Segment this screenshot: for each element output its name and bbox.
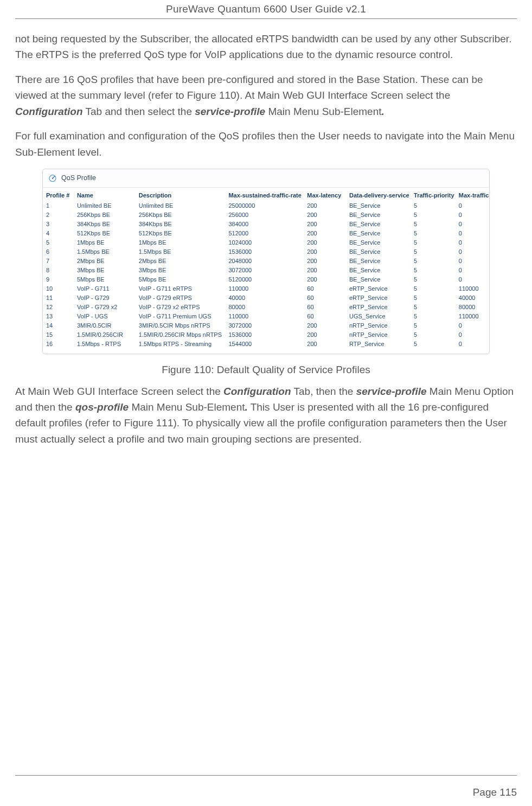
table-cell: 0 xyxy=(456,238,489,247)
table-row: 12VoIP - G729 x2VoIP - G729 x2 eRTPS8000… xyxy=(43,302,489,311)
qos-profile-panel: QoS Profile Profile # Name Description M… xyxy=(42,169,490,354)
table-cell: 200 xyxy=(304,265,346,274)
table-cell: BE_Service xyxy=(346,228,411,238)
table-cell: 1536000 xyxy=(225,247,304,256)
table-cell: Unlimited BE xyxy=(136,201,226,210)
p2-text-b: Tab and then select the xyxy=(83,106,195,117)
table-row: 3384Kbps BE384Kbps BE384000200BE_Service… xyxy=(43,219,489,228)
table-cell: 384Kbps BE xyxy=(74,219,136,228)
table-cell: 5 xyxy=(411,256,456,265)
p2-service-profile: service-profile xyxy=(195,106,265,117)
table-cell: VoIP - G729 x2 eRTPS xyxy=(136,302,226,311)
table-cell: VoIP - G729 eRTPS xyxy=(136,293,226,302)
table-cell: 80000 xyxy=(456,302,489,311)
table-cell: 5 xyxy=(411,210,456,219)
table-row: 151.5MIR/0.256CIR1.5MIR/0.256CIR Mbps nR… xyxy=(43,330,489,339)
table-cell: 200 xyxy=(304,247,346,256)
table-cell: 3MIR/0.5CIR xyxy=(74,321,136,330)
table-cell: 60 xyxy=(304,302,346,311)
table-cell: 3072000 xyxy=(225,321,304,330)
table-cell: BE_Service xyxy=(346,274,411,284)
col-max-rate: Max-sustained-traffic-rate xyxy=(225,188,304,201)
table-row: 51Mbps BE1Mbps BE1024000200BE_Service50 xyxy=(43,238,489,247)
table-cell: 5120000 xyxy=(225,274,304,284)
table-cell: 200 xyxy=(304,256,346,265)
table-cell: VoIP - G729 xyxy=(74,293,136,302)
table-cell: 200 xyxy=(304,274,346,284)
p4-configuration: Configuration xyxy=(223,386,291,397)
p4-text-b: Tab, then the xyxy=(291,386,356,397)
table-cell: 2Mbps BE xyxy=(136,256,226,265)
table-cell: 80000 xyxy=(225,302,304,311)
table-cell: 110000 xyxy=(456,311,489,321)
table-cell: 0 xyxy=(456,210,489,219)
table-cell: 1024000 xyxy=(225,238,304,247)
table-header-row: Profile # Name Description Max-sustained… xyxy=(43,188,489,201)
col-data-delivery: Data-delivery-service xyxy=(346,188,411,201)
table-cell: 110000 xyxy=(456,284,489,293)
figure-caption: Figure 110: Default Quality of Service P… xyxy=(15,364,517,376)
paragraph-1: not being requested by the Subscriber, t… xyxy=(15,31,517,63)
table-cell: 5Mbps BE xyxy=(136,274,226,284)
p4-text-a: At Main Web GUI Interface Screen select … xyxy=(15,386,223,397)
table-cell: 1.5MIR/0.256CIR Mbps nRTPS xyxy=(136,330,226,339)
table-cell: 1.5Mbps BE xyxy=(74,247,136,256)
table-cell: 5 xyxy=(411,330,456,339)
table-cell: 200 xyxy=(304,201,346,210)
paragraph-3: For full examination and configuration o… xyxy=(15,128,517,160)
table-cell: 200 xyxy=(304,339,346,354)
page-number: Page 115 xyxy=(473,786,517,798)
table-cell: 11 xyxy=(43,293,74,302)
table-cell: 5 xyxy=(411,228,456,238)
table-cell: 5 xyxy=(411,311,456,321)
table-cell: VoIP - G729 x2 xyxy=(74,302,136,311)
table-cell: 3MIR/0.5CIR Mbps nRTPS xyxy=(136,321,226,330)
table-cell: BE_Service xyxy=(346,219,411,228)
table-cell: 5 xyxy=(411,238,456,247)
table-cell: 110000 xyxy=(225,284,304,293)
table-cell: 3 xyxy=(43,219,74,228)
table-cell: VoIP - G711 Premium UGS xyxy=(136,311,226,321)
table-cell: 25000000 xyxy=(225,201,304,210)
table-cell: 512Kbps BE xyxy=(74,228,136,238)
table-cell: 1.5MIR/0.256CIR xyxy=(74,330,136,339)
table-cell: 1.5Mbps - RTPS xyxy=(74,339,136,354)
p4-qos-profile: qos-profile xyxy=(75,401,129,413)
table-cell: 60 xyxy=(304,311,346,321)
table-cell: 256000 xyxy=(225,210,304,219)
table-cell: 3Mbps BE xyxy=(74,265,136,274)
table-cell: 4 xyxy=(43,228,74,238)
table-cell: eRTP_Service xyxy=(346,302,411,311)
table-row: 1Unlimited BEUnlimited BE25000000200BE_S… xyxy=(43,201,489,210)
table-cell: 5 xyxy=(411,274,456,284)
table-cell: 14 xyxy=(43,321,74,330)
table-cell: 0 xyxy=(456,339,489,354)
p4-service-profile: service-profile xyxy=(356,386,427,397)
table-cell: 200 xyxy=(304,238,346,247)
paragraph-2: There are 16 QoS profiles that have been… xyxy=(15,72,517,119)
table-row: 83Mbps BE3Mbps BE3072000200BE_Service50 xyxy=(43,265,489,274)
table-cell: 7 xyxy=(43,256,74,265)
table-cell: 5 xyxy=(411,265,456,274)
col-name: Name xyxy=(74,188,136,201)
table-cell: 40000 xyxy=(225,293,304,302)
p2-configuration: Configuration xyxy=(15,106,83,117)
table-cell: UGS_Service xyxy=(346,311,411,321)
table-cell: 5 xyxy=(411,201,456,210)
table-cell: 0 xyxy=(456,321,489,330)
table-cell: BE_Service xyxy=(346,265,411,274)
table-cell: 6 xyxy=(43,247,74,256)
table-cell: 1.5Mbps BE xyxy=(136,247,226,256)
table-cell: 60 xyxy=(304,284,346,293)
col-max-traffic: Max-traffic xyxy=(456,188,489,201)
table-cell: 200 xyxy=(304,228,346,238)
p2-text-a: There are 16 QoS profiles that have been… xyxy=(15,74,483,101)
table-row: 10VoIP - G711VoIP - G711 eRTPS11000060eR… xyxy=(43,284,489,293)
table-cell: 40000 xyxy=(456,293,489,302)
table-cell: 10 xyxy=(43,284,74,293)
table-cell: 512Kbps BE xyxy=(136,228,226,238)
table-cell: eRTP_Service xyxy=(346,284,411,293)
table-cell: 9 xyxy=(43,274,74,284)
table-row: 143MIR/0.5CIR3MIR/0.5CIR Mbps nRTPS30720… xyxy=(43,321,489,330)
table-cell: VoIP - G711 xyxy=(74,284,136,293)
